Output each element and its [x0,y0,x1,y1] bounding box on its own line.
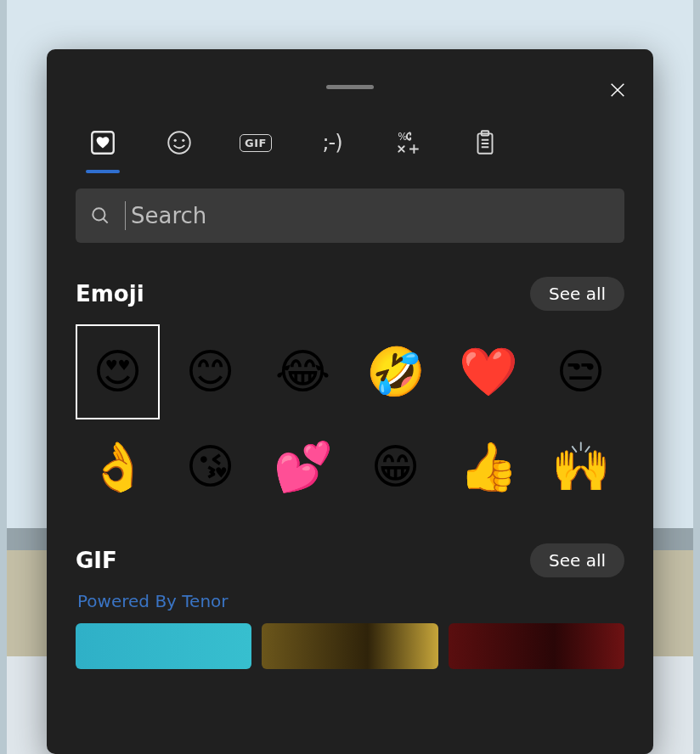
search-icon [89,205,111,227]
titlebar [47,49,653,109]
search-field[interactable] [76,188,624,243]
svg-point-3 [182,139,184,142]
emoji-glyph: 👌 [88,443,148,491]
drag-handle[interactable] [326,85,374,89]
emoji-glyph: 😂 [275,348,330,396]
clipboard-icon [471,128,500,157]
emoji-ok-hand[interactable]: 👌 [76,419,160,515]
emoji-glyph: 🙌 [551,443,611,491]
emoji-glyph: 😊 [185,348,234,396]
tab-kaomoji[interactable]: ;-) [310,121,354,165]
emoji-two-hearts[interactable]: 💕 [261,419,345,515]
emoji-face-with-tears-of-joy[interactable]: 😂 [261,324,345,419]
gif-attribution: Powered By Tenor [77,591,624,611]
tab-recent[interactable] [81,121,125,165]
kaomoji-icon: ;-) [322,131,342,155]
square-heart-icon [88,128,117,157]
svg-point-2 [174,139,177,142]
emoji-glyph: 😁 [370,443,420,491]
emoji-red-heart[interactable]: ❤️ [446,324,530,419]
gif-icon: GIF [240,134,272,152]
emoji-glyph: 🤣 [366,348,426,396]
emoji-glyph: 👍 [459,443,518,491]
gif-thumbnail-3[interactable] [449,623,624,669]
emoji-glyph: 😍 [93,348,142,396]
symbols-icon: % [394,128,423,157]
emoji-section-title: Emoji [76,281,144,307]
svg-point-1 [168,132,190,154]
tab-emoji[interactable] [157,121,201,165]
emoji-section-header: Emoji See all [76,277,624,311]
close-icon [608,81,627,99]
tab-gif[interactable]: GIF [234,121,278,165]
emoji-glyph: ❤️ [459,348,518,396]
tab-symbols[interactable]: % [387,121,431,165]
emoji-smiling-face-with-heart-eyes[interactable]: 😍 [76,324,160,419]
emoji-thumbs-up[interactable]: 👍 [446,419,530,515]
emoji-see-all-button[interactable]: See all [530,277,624,311]
emoji-glyph: 😘 [185,443,234,491]
gif-section-title: GIF [76,548,117,573]
close-button[interactable] [601,73,635,107]
emoji-grid: 😍😊😂🤣❤️😒👌😘💕😁👍🙌 [76,324,624,515]
svg-text:%: % [398,131,407,143]
search-input[interactable] [125,201,611,230]
gif-thumbnail-1[interactable] [76,623,251,669]
emoji-unamused-face[interactable]: 😒 [539,324,623,419]
emoji-beaming-face-with-smiling-eyes[interactable]: 😁 [353,419,438,515]
emoji-face-blowing-a-kiss[interactable]: 😘 [168,419,252,515]
gif-thumbnail-2[interactable] [262,623,438,669]
emoji-rolling-on-the-floor-laughing[interactable]: 🤣 [353,324,438,419]
search-container [47,180,653,248]
category-tabs: GIF ;-) % [47,109,653,180]
emoji-glyph: 💕 [274,443,333,491]
emoji-picker-panel: GIF ;-) % [47,49,653,754]
emoji-raising-hands[interactable]: 🙌 [539,419,623,515]
gif-section-header: GIF See all [76,543,624,577]
smiley-icon [165,128,194,157]
gif-see-all-button[interactable]: See all [530,543,624,577]
tab-clipboard[interactable] [463,121,507,165]
content-scroll: Emoji See all 😍😊😂🤣❤️😒👌😘💕😁👍🙌 GIF See all … [47,248,653,754]
gif-row [76,623,624,669]
emoji-smiling-face-with-smiling-eyes[interactable]: 😊 [168,324,252,419]
emoji-glyph: 😒 [556,348,605,396]
